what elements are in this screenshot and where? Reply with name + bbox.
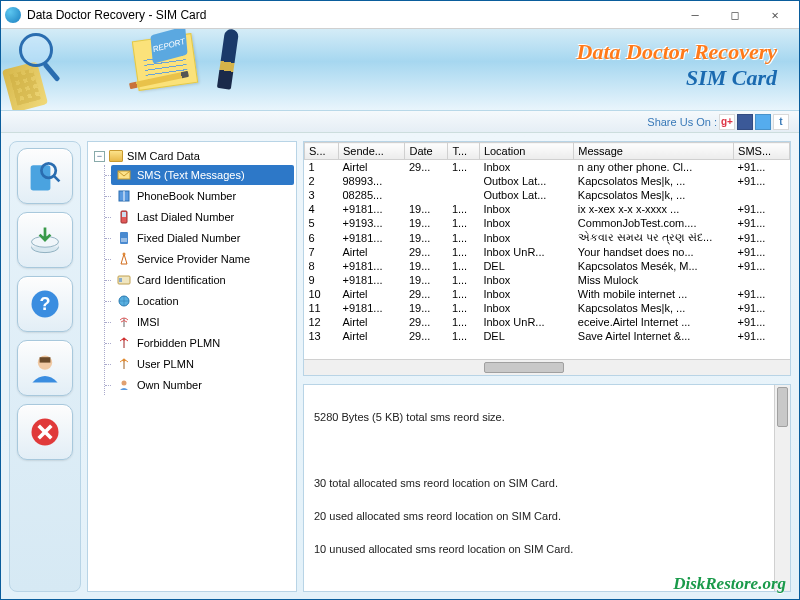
table-cell: Inbox	[479, 216, 573, 230]
svg-point-33	[123, 359, 126, 362]
svg-point-23	[123, 240, 125, 242]
google-plus-icon[interactable]: g+	[719, 114, 735, 130]
tree-item-idcard[interactable]: Card Identification	[111, 270, 294, 290]
tree-item-dialpad[interactable]: Fixed Dialed Number	[111, 228, 294, 248]
help-button[interactable]: ?	[17, 276, 73, 332]
antenna-icon	[117, 315, 131, 329]
brand-title: Data Doctor Recovery	[577, 39, 777, 65]
column-header[interactable]: SMS...	[734, 143, 790, 160]
tree-item-label: SMS (Text Messages)	[137, 169, 245, 181]
column-header[interactable]: T...	[448, 143, 480, 160]
column-header[interactable]: Date	[405, 143, 448, 160]
phone-icon	[117, 210, 131, 224]
column-header[interactable]: Location	[479, 143, 573, 160]
table-cell: 4	[305, 202, 339, 216]
table-cell: +91...	[734, 329, 790, 343]
maximize-button[interactable]: □	[715, 2, 755, 28]
table-row[interactable]: 1Airtel29...1...Inboxn any other phone. …	[305, 160, 790, 175]
cancel-button[interactable]	[17, 404, 73, 460]
recover-drive-button[interactable]	[17, 212, 73, 268]
table-cell: 7	[305, 245, 339, 259]
column-header[interactable]: Sende...	[338, 143, 405, 160]
tree-root[interactable]: − SIM Card Data	[90, 148, 294, 164]
table-cell: Kapcsolatos Mes|k, ...	[574, 301, 734, 315]
table-row[interactable]: 13Airtel29...1...DELSave Airtel Internet…	[305, 329, 790, 343]
vertical-scrollbar[interactable]	[774, 385, 790, 591]
table-row[interactable]: 4+9181...19...1...Inboxix x-xex x-x x-xx…	[305, 202, 790, 216]
table-row[interactable]: 7Airtel29...1...Inbox UnR...Your handset…	[305, 245, 790, 259]
table-cell: +91...	[734, 230, 790, 245]
table-row[interactable]: 9+9181...19...1...Inbox Miss Mulock	[305, 273, 790, 287]
table-row[interactable]: 5+9193...19...1...InboxCommonJobTest.com…	[305, 216, 790, 230]
table-row[interactable]: 308285...Outbox Lat...Kapcsolatos Mes|k,…	[305, 188, 790, 202]
tree-item-envelope[interactable]: SMS (Text Messages)	[111, 165, 294, 185]
tree-item-antenna-orange[interactable]: User PLMN	[111, 354, 294, 374]
table-cell: +91...	[734, 160, 790, 175]
table-cell: 29...	[405, 315, 448, 329]
content-area: S...Sende...DateT...LocationMessageSMS..…	[303, 141, 791, 592]
user-button[interactable]	[17, 340, 73, 396]
facebook-icon[interactable]	[737, 114, 753, 130]
table-cell: +91...	[734, 287, 790, 301]
table-cell: 19...	[405, 273, 448, 287]
tree-item-label: Location	[137, 295, 179, 307]
table-cell: 08285...	[338, 188, 405, 202]
table-cell: 5	[305, 216, 339, 230]
table-cell: એકવાર સમય પર ત્રણ સંદ...	[574, 230, 734, 245]
detail-panel: 5280 Bytes (5 KB) total sms reord size. …	[303, 384, 791, 592]
close-button[interactable]: ✕	[755, 2, 795, 28]
svg-point-34	[122, 381, 127, 386]
table-cell: Save Airtel Internet &...	[574, 329, 734, 343]
table-cell: Airtel	[338, 160, 405, 175]
scrollbar-thumb[interactable]	[777, 387, 788, 427]
table-cell: 1...	[448, 259, 480, 273]
table-row[interactable]: 8+9181...19...1...DELKapcsolatos Mesék, …	[305, 259, 790, 273]
table-cell: Kapcsolatos Mes|k, ...	[574, 174, 734, 188]
svg-point-24	[125, 240, 127, 242]
svg-point-20	[123, 238, 125, 240]
tree-item-book[interactable]: PhoneBook Number	[111, 186, 294, 206]
table-cell: DEL	[479, 259, 573, 273]
tree-list: SMS (Text Messages)PhoneBook NumberLast …	[104, 165, 294, 395]
tree-item-antenna[interactable]: IMSI	[111, 312, 294, 332]
svg-point-21	[125, 238, 127, 240]
globe-icon	[117, 294, 131, 308]
header-banner: REPORT Data Doctor Recovery SIM Card	[1, 29, 799, 111]
table-cell: Inbox	[479, 202, 573, 216]
pen-icon	[217, 29, 239, 90]
table-row[interactable]: 10Airtel29...1...InboxWith mobile intern…	[305, 287, 790, 301]
tree-item-globe[interactable]: Location	[111, 291, 294, 311]
envelope-icon	[117, 168, 131, 182]
scrollbar-thumb[interactable]	[484, 362, 564, 373]
table-cell: n any other phone. Cl...	[574, 160, 734, 175]
column-header[interactable]: S...	[305, 143, 339, 160]
table-cell: Airtel	[338, 329, 405, 343]
share-text-icon[interactable]: t	[773, 114, 789, 130]
sim-search-button[interactable]	[17, 148, 73, 204]
table-cell: ix x-xex x-x x-xxxx ...	[574, 202, 734, 216]
person-icon	[117, 378, 131, 392]
tree-item-antenna-red[interactable]: Forbidden PLMN	[111, 333, 294, 353]
svg-point-22	[121, 240, 123, 242]
table-cell: Your handset does no...	[574, 245, 734, 259]
detail-used: 20 used allocated sms reord location on …	[314, 508, 780, 525]
dialpad-icon	[117, 231, 131, 245]
table-scroll[interactable]: S...Sende...DateT...LocationMessageSMS..…	[304, 142, 790, 359]
twitter-icon[interactable]	[755, 114, 771, 130]
minimize-button[interactable]: —	[675, 2, 715, 28]
collapse-icon[interactable]: −	[94, 151, 105, 162]
table-cell: DEL	[479, 329, 573, 343]
table-cell: 11	[305, 301, 339, 315]
tree-item-tower[interactable]: Service Provider Name	[111, 249, 294, 269]
table-row[interactable]: 12Airtel29...1...Inbox UnR...eceive.Airt…	[305, 315, 790, 329]
table-row[interactable]: 6+9181...19...1...Inboxએકવાર સમય પર ત્રણ…	[305, 230, 790, 245]
tree-item-phone[interactable]: Last Dialed Number	[111, 207, 294, 227]
table-cell: Outbox Lat...	[479, 188, 573, 202]
table-cell: 1...	[448, 301, 480, 315]
tree-item-person[interactable]: Own Number	[111, 375, 294, 395]
column-header[interactable]: Message	[574, 143, 734, 160]
horizontal-scrollbar[interactable]	[304, 359, 790, 375]
table-row[interactable]: 298993...Outbox Lat...Kapcsolatos Mes|k,…	[305, 174, 790, 188]
antenna-red-icon	[117, 336, 131, 350]
table-row[interactable]: 11+9181...19...1...InboxKapcsolatos Mes|…	[305, 301, 790, 315]
